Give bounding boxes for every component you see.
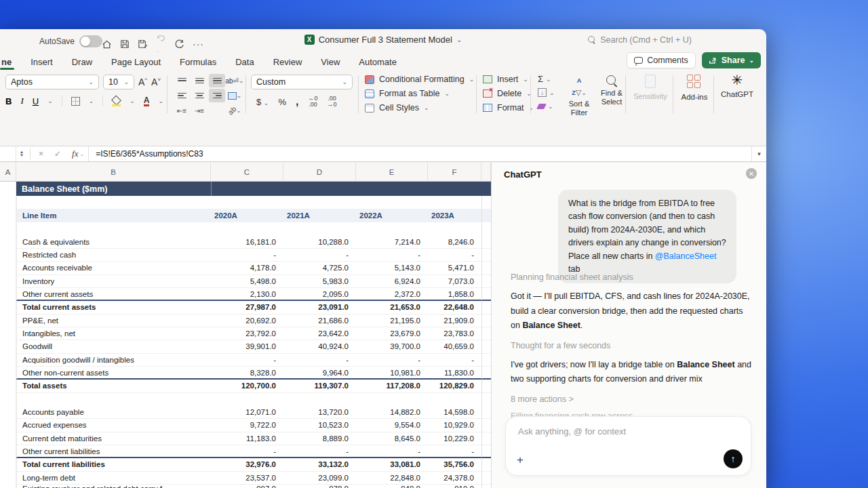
chat-composer[interactable]: Ask anything, @ for context + ↑ — [505, 416, 751, 476]
cell-value[interactable]: 21,686.0 — [283, 314, 356, 327]
cell-value[interactable]: 5,983.0 — [283, 275, 356, 288]
cell-value[interactable]: - — [283, 354, 356, 367]
cell-value[interactable] — [356, 393, 428, 406]
cell-value[interactable]: 21,653.0 — [356, 301, 428, 314]
share-button[interactable]: Share ⌄ — [702, 52, 761, 68]
row-label[interactable]: Total assets — [16, 380, 211, 392]
wrap-text-icon[interactable]: ab⏎⌄ — [226, 74, 243, 87]
cell-value[interactable]: 10,523.0 — [283, 419, 356, 432]
decrease-indent-icon[interactable]: ⇤≡ — [174, 104, 190, 117]
align-center-icon[interactable] — [191, 89, 208, 102]
cell-value[interactable]: 23,091.0 — [283, 301, 356, 314]
cell-value[interactable]: 949.0 — [356, 483, 428, 488]
align-bottom-icon[interactable] — [209, 74, 225, 87]
row-label[interactable] — [16, 393, 211, 406]
cell-value[interactable] — [428, 196, 481, 209]
cell-value[interactable]: 9,722.0 — [211, 419, 283, 432]
decrease-decimal-icon[interactable]: .00→0 — [327, 96, 336, 108]
ribbon-tab-page-layout[interactable]: Page Layout — [102, 54, 170, 70]
cell-value[interactable]: 997.0 — [211, 483, 283, 488]
comma-format-button[interactable]: , — [296, 96, 298, 108]
ribbon-tab-insert[interactable]: Insert — [21, 54, 62, 70]
row-label[interactable]: Other non-current assets — [16, 367, 211, 380]
cell-value[interactable]: 117,208.0 — [356, 380, 428, 392]
format-cells-button[interactable]: Format⌄ — [483, 102, 534, 113]
cell-value[interactable] — [428, 222, 481, 235]
cancel-icon[interactable]: × — [33, 149, 49, 159]
cell-value[interactable] — [211, 222, 283, 235]
font-color-icon[interactable]: A — [144, 96, 150, 106]
merge-center-icon[interactable]: ⌄ — [226, 89, 243, 102]
name-box[interactable] — [0, 146, 16, 161]
cell-value[interactable]: 23,679.0 — [356, 327, 428, 340]
cell-value[interactable]: 14,598.0 — [428, 406, 481, 419]
cell-value[interactable]: 23,792.0 — [211, 327, 283, 340]
align-left-icon[interactable] — [174, 89, 190, 102]
borders-icon[interactable] — [71, 97, 80, 106]
clear-icon[interactable] — [536, 104, 547, 109]
ribbon-tab-view[interactable]: View — [311, 54, 349, 70]
cell-value[interactable] — [428, 393, 481, 406]
increase-font-icon[interactable]: A^ — [138, 77, 147, 87]
cell-value[interactable]: 16,181.0 — [211, 236, 283, 249]
cell-value[interactable]: 40,659.0 — [428, 340, 481, 353]
cell-value[interactable]: 10,929.0 — [428, 419, 481, 432]
cell-value[interactable]: - — [211, 354, 283, 367]
insert-function-icon[interactable]: fx — [66, 148, 79, 159]
cell-value[interactable]: 39,901.0 — [211, 340, 283, 353]
cell-value[interactable] — [283, 393, 356, 406]
formula-input[interactable]: =IS!E6/365*Assumptions!C83 — [88, 146, 751, 161]
row-label[interactable]: Accounts receivable — [16, 262, 211, 274]
row-label[interactable]: Intangibles, net — [16, 327, 211, 340]
cell-value[interactable]: 8,328.0 — [211, 367, 283, 380]
cell-value[interactable]: 14,882.0 — [356, 406, 428, 419]
chatgpt-addin-button[interactable]: ✳ ChatGPT — [717, 72, 757, 98]
formula-bar-expand-icon[interactable]: ▼ — [751, 146, 766, 161]
row-label[interactable] — [16, 222, 211, 235]
cell-value[interactable]: 33,132.0 — [283, 458, 356, 471]
column-header-F[interactable]: F — [428, 163, 481, 181]
cell-value[interactable]: 33,081.0 — [356, 458, 428, 471]
ribbon-tab-data[interactable]: Data — [226, 54, 263, 70]
cell-value[interactable]: 2,372.0 — [356, 288, 428, 301]
cell-value[interactable]: 39,700.0 — [356, 340, 428, 353]
cell-value[interactable]: 5,143.0 — [356, 262, 428, 274]
number-format-select[interactable]: Custom⌄ — [251, 75, 353, 89]
cell-value[interactable]: 10,229.0 — [428, 432, 481, 445]
column-header-E[interactable]: E — [356, 163, 428, 181]
format-as-table-button[interactable]: Format as Table⌄ — [365, 88, 474, 99]
cell-value[interactable]: 23,642.0 — [283, 327, 356, 340]
row-label[interactable]: Total current assets — [16, 301, 211, 314]
percent-format-button[interactable]: % — [278, 97, 286, 107]
confirm-icon[interactable]: ✓ — [49, 149, 66, 159]
increase-decimal-icon[interactable]: ←0.00 — [308, 96, 317, 108]
ribbon-tab-formulas[interactable]: Formulas — [170, 54, 226, 70]
ribbon-tab-review[interactable]: Review — [264, 54, 312, 70]
cell-value[interactable]: 978.0 — [283, 483, 356, 488]
cell-value[interactable]: 11,183.0 — [211, 432, 283, 445]
cell-value[interactable]: 7,073.0 — [428, 275, 481, 288]
row-label[interactable]: Other current assets — [16, 288, 211, 301]
decrease-font-icon[interactable]: A˅ — [151, 77, 161, 87]
row-label[interactable]: PP&E, net — [16, 314, 211, 327]
attach-icon[interactable]: + — [517, 453, 524, 467]
ribbon-tab-draw[interactable]: Draw — [62, 54, 102, 70]
cell-value[interactable]: - — [428, 249, 481, 262]
row-label[interactable]: Inventory — [16, 275, 211, 288]
cell-value[interactable]: 21,909.0 — [428, 314, 481, 327]
close-panel-icon[interactable]: ✕ — [746, 168, 757, 179]
row-label[interactable]: Total current liabilities — [16, 458, 211, 471]
column-header-A[interactable]: A — [0, 163, 16, 181]
row-label[interactable]: Restricted cash — [16, 249, 211, 262]
row-label[interactable]: Accounts payable — [16, 406, 211, 419]
fill-color-icon[interactable] — [112, 98, 121, 104]
row-label[interactable]: Acquisition goodwill / intangibles — [16, 354, 211, 367]
cell-value[interactable]: 119,307.0 — [283, 380, 356, 392]
align-right-icon[interactable] — [209, 89, 225, 102]
cell-value[interactable]: 27,987.0 — [211, 301, 283, 314]
row-label[interactable] — [16, 196, 211, 209]
column-header-C[interactable]: C — [211, 163, 283, 181]
cell-value[interactable]: 120,700.0 — [211, 380, 283, 392]
row-label[interactable]: Existing revolver and related debt carry… — [16, 483, 211, 488]
cell-value[interactable]: 13,720.0 — [283, 406, 356, 419]
